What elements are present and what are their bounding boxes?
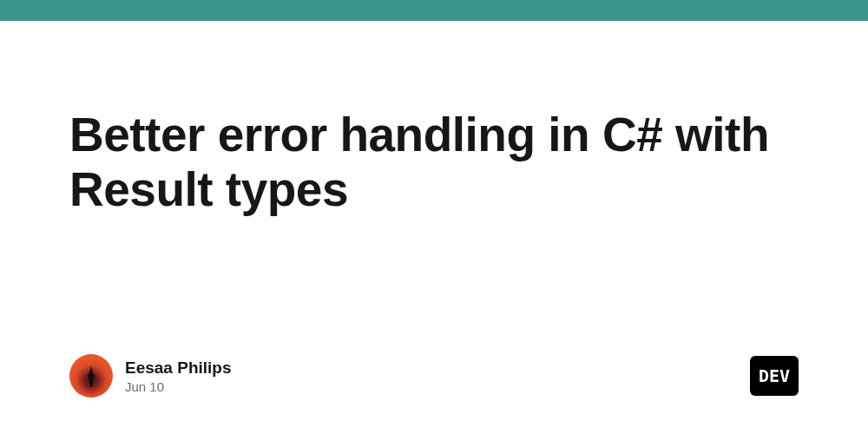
article-content: Better error handling in C# with Result … xyxy=(0,21,868,218)
dev-logo-text: DEV xyxy=(759,365,790,386)
brand-accent-bar xyxy=(0,0,868,21)
dev-logo-badge: DEV xyxy=(750,356,799,396)
author-name: Eesaa Philips xyxy=(125,358,232,378)
avatar xyxy=(69,354,113,398)
author-text: Eesaa Philips Jun 10 xyxy=(125,358,232,394)
author-block: Eesaa Philips Jun 10 xyxy=(69,354,232,398)
publish-date: Jun 10 xyxy=(125,379,232,394)
card-footer: Eesaa Philips Jun 10 DEV xyxy=(69,354,799,398)
article-title: Better error handling in C# with Result … xyxy=(69,108,799,218)
